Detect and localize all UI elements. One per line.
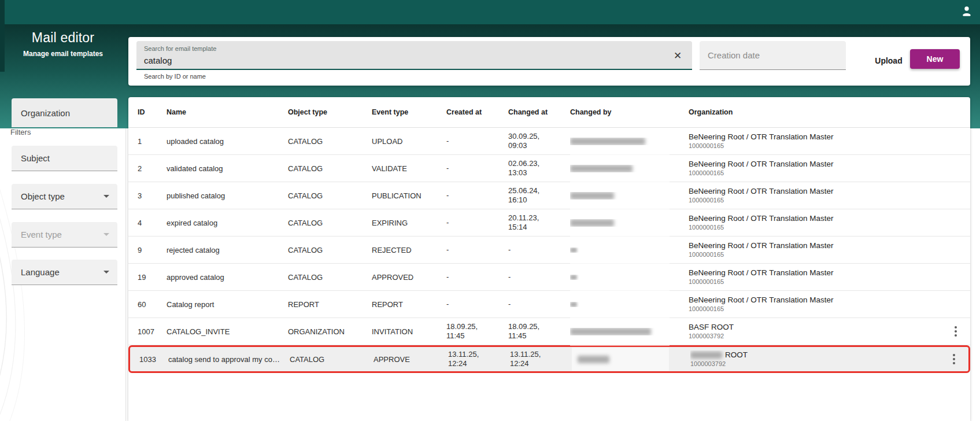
organization-select-label: Organization <box>21 108 70 118</box>
redacted-name <box>570 219 614 227</box>
cell-name: catalog send to approval my co… <box>168 355 290 364</box>
cell-object-type: CATALOG <box>288 219 372 227</box>
close-icon: ✕ <box>674 50 682 62</box>
cell-changed-by <box>570 275 689 280</box>
cell-created-at: 13.11.25,12:24 <box>448 350 510 368</box>
table-row[interactable]: 2validated catalogCATALOGVALIDATE-02.06.… <box>128 155 970 182</box>
cell-organization: BeNeering Root / OTR Translation Master1… <box>689 132 946 150</box>
table-row[interactable]: 1007CATALOG_INVITEORGANIZATIONINVITATION… <box>128 318 970 345</box>
cell-changed-by <box>570 192 689 200</box>
organization-name: BeNeering Root / OTR Translation Master <box>689 187 941 196</box>
changed-at-line: 13.11.25, <box>510 350 567 359</box>
row-menu-button[interactable] <box>951 323 960 340</box>
cell-event-type: INVITATION <box>372 327 446 336</box>
cell-created-at: - <box>446 245 508 254</box>
changed-at-line: 16:10 <box>508 195 565 205</box>
cell-changed-by <box>570 138 689 145</box>
upload-button[interactable]: Upload <box>867 50 911 72</box>
changed-at-line: 02.06.23, <box>508 159 565 168</box>
column-header-created-at: Created at <box>446 108 508 116</box>
cell-event-type: EXPIRING <box>372 219 446 227</box>
table-row[interactable]: 60Catalog reportREPORTREPORT--BeNeering … <box>128 291 970 318</box>
redacted-name <box>570 275 577 280</box>
row-menu-button[interactable] <box>949 350 959 368</box>
cell-event-type: REPORT <box>372 300 446 309</box>
organization-code: 1000000165 <box>689 223 941 231</box>
event-type-select[interactable]: Event type <box>12 222 117 248</box>
created-at-line: - <box>446 300 504 309</box>
cell-created-at: - <box>446 218 508 227</box>
table-row[interactable]: 4expired catalogCATALOGEXPIRING-20.11.23… <box>128 209 970 237</box>
organization-code: 1000000165 <box>689 305 941 313</box>
user-account-button[interactable] <box>959 4 975 20</box>
cell-object-type: CATALOG <box>288 191 372 200</box>
redaction-zone <box>572 348 669 371</box>
creation-date-input[interactable]: Creation date <box>700 41 846 70</box>
table-row[interactable]: 3published catalogCATALOGPUBLICATION-25.… <box>128 182 970 209</box>
cell-id: 9 <box>138 246 167 254</box>
cell-event-type: APPROVED <box>372 273 446 282</box>
table-row[interactable]: 1uploaded catalogCATALOGUPLOAD-30.09.25,… <box>128 128 970 155</box>
table-row[interactable]: 19approved catalogCATALOGAPPROVED--BeNee… <box>128 264 970 291</box>
table-row-highlighted[interactable]: 1033catalog send to approval my co…CATAL… <box>128 345 970 373</box>
changed-at-line: 20.11.23, <box>508 213 565 223</box>
organization-name: BASF ROOT <box>689 323 941 332</box>
object-type-select[interactable]: Object type <box>12 184 117 209</box>
cell-changed-at: 18.09.25,11:45 <box>508 322 570 341</box>
cell-id: 4 <box>138 219 167 227</box>
cell-created-at: - <box>446 300 508 309</box>
subject-input[interactable]: Subject <box>12 146 117 171</box>
cell-changed-by <box>572 348 690 371</box>
redaction-zone <box>570 275 684 280</box>
cell-actions <box>946 323 970 340</box>
changed-at-line: 12:24 <box>510 359 567 368</box>
cell-created-at: - <box>446 164 508 173</box>
created-at-line: - <box>446 218 504 227</box>
cell-changed-by <box>570 302 689 307</box>
filters-label: Filters <box>10 128 31 136</box>
column-header-changed-by: Changed by <box>570 108 689 116</box>
column-header-id: ID <box>138 108 167 116</box>
cell-object-type: CATALOG <box>288 273 372 282</box>
cell-organization: BeNeering Root / OTR Translation Master1… <box>689 268 946 286</box>
changed-at-line: 15:14 <box>508 223 565 232</box>
organization-name: ROOT <box>690 350 940 360</box>
redacted-organization-prefix <box>690 352 722 359</box>
search-input[interactable]: Search for email template catalog ✕ <box>136 41 692 70</box>
cell-changed-by <box>570 219 689 227</box>
redacted-name <box>570 248 577 253</box>
cell-event-type: VALIDATE <box>372 164 446 173</box>
redaction-zone <box>570 328 684 335</box>
cell-changed-by <box>570 248 689 253</box>
cell-organization: BeNeering Root / OTR Translation Master1… <box>689 214 946 231</box>
search-helper-text: Search by ID or name <box>144 73 206 80</box>
created-at-line: 13.11.25, <box>448 350 505 359</box>
cell-organization: BeNeering Root / OTR Translation Master1… <box>689 187 946 204</box>
cell-object-type: CATALOG <box>288 164 372 173</box>
changed-at-line: 11:45 <box>508 331 565 341</box>
cell-object-type: CATALOG <box>290 355 373 364</box>
clear-search-button[interactable]: ✕ <box>671 49 684 62</box>
language-select[interactable]: Language <box>12 260 117 285</box>
cell-id: 1007 <box>138 327 167 336</box>
changed-at-line: 13:03 <box>508 168 565 178</box>
cell-event-type: REJECTED <box>372 246 446 254</box>
cell-changed-at: - <box>508 300 570 309</box>
cell-id: 1033 <box>139 355 168 364</box>
chevron-down-icon <box>103 233 109 236</box>
organization-code: 1000000165 <box>689 142 941 150</box>
redacted-name <box>578 356 609 363</box>
changed-at-line: - <box>508 300 565 309</box>
cell-id: 60 <box>138 300 167 309</box>
cell-changed-at: 13.11.25,12:24 <box>510 350 572 368</box>
cell-event-type: PUBLICATION <box>372 191 446 200</box>
organization-code: 1000000165 <box>689 278 941 286</box>
new-button[interactable]: New <box>910 49 960 69</box>
table-row[interactable]: 9rejected catalogCATALOGREJECTED--BeNeer… <box>128 237 970 264</box>
organization-name: BeNeering Root / OTR Translation Master <box>689 214 941 223</box>
cell-name: CATALOG_INVITE <box>167 327 288 336</box>
organization-select[interactable]: Organization <box>12 98 117 127</box>
cell-name: validated catalog <box>167 164 288 173</box>
cell-changed-by <box>570 328 689 335</box>
created-at-line: 12:24 <box>448 359 505 368</box>
